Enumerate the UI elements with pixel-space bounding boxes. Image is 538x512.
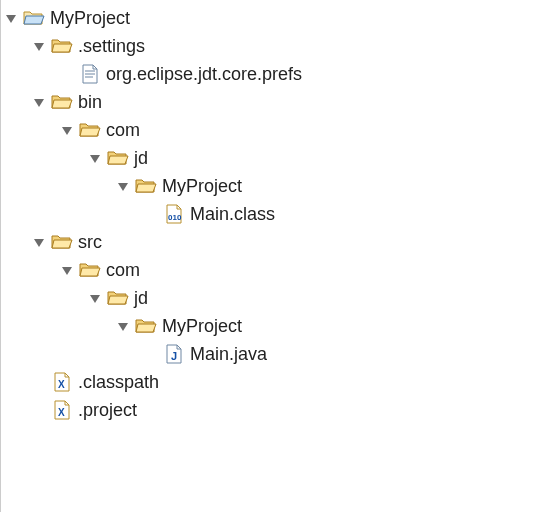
tree-item-label: .project <box>77 400 137 421</box>
tree-item-label: .settings <box>77 36 145 57</box>
tree-item-src-jd-folder[interactable]: jd <box>3 284 538 312</box>
tree-item-src-myproject-folder[interactable]: MyProject <box>3 312 538 340</box>
tree-item-label: com <box>105 120 140 141</box>
tree-item-src-folder[interactable]: src <box>3 228 538 256</box>
tree-item-bin-jd-folder[interactable]: jd <box>3 144 538 172</box>
tree-item-main-java-file[interactable]: Main.java <box>3 340 538 368</box>
tree-item-project-root[interactable]: MyProject <box>3 4 538 32</box>
folder-open-icon <box>79 119 101 141</box>
tree-item-src-com-folder[interactable]: com <box>3 256 538 284</box>
tree-item-prefs-file[interactable]: org.eclipse.jdt.core.prefs <box>3 60 538 88</box>
tree-item-label: bin <box>77 92 102 113</box>
folder-open-icon <box>135 315 157 337</box>
chevron-down-icon[interactable] <box>87 150 103 166</box>
project-folder-icon <box>23 7 45 29</box>
class-file-icon <box>163 203 185 225</box>
folder-open-icon <box>51 231 73 253</box>
folder-open-icon <box>107 147 129 169</box>
tree-item-bin-com-folder[interactable]: com <box>3 116 538 144</box>
tree-item-label: .classpath <box>77 372 159 393</box>
chevron-down-icon[interactable] <box>59 122 75 138</box>
tree-item-label: Main.class <box>189 204 275 225</box>
chevron-down-icon[interactable] <box>3 10 19 26</box>
tree-item-project-file[interactable]: .project <box>3 396 538 424</box>
chevron-down-icon[interactable] <box>115 178 131 194</box>
java-file-icon <box>163 343 185 365</box>
folder-open-icon <box>107 287 129 309</box>
folder-open-icon <box>135 175 157 197</box>
chevron-down-icon[interactable] <box>31 234 47 250</box>
chevron-down-icon[interactable] <box>31 94 47 110</box>
tree-item-bin-folder[interactable]: bin <box>3 88 538 116</box>
folder-open-icon <box>51 35 73 57</box>
tree-item-main-class-file[interactable]: Main.class <box>3 200 538 228</box>
tree-item-label: src <box>77 232 102 253</box>
tree-item-label: org.eclipse.jdt.core.prefs <box>105 64 302 85</box>
xml-file-icon <box>51 371 73 393</box>
chevron-down-icon[interactable] <box>87 290 103 306</box>
xml-file-icon <box>51 399 73 421</box>
tree-item-bin-myproject-folder[interactable]: MyProject <box>3 172 538 200</box>
chevron-down-icon[interactable] <box>31 38 47 54</box>
tree-item-label: jd <box>133 148 148 169</box>
tree-item-label: jd <box>133 288 148 309</box>
chevron-down-icon[interactable] <box>115 318 131 334</box>
chevron-down-icon[interactable] <box>59 262 75 278</box>
tree-item-label: com <box>105 260 140 281</box>
tree-item-label: MyProject <box>49 8 130 29</box>
tree-item-label: MyProject <box>161 316 242 337</box>
tree-item-label: Main.java <box>189 344 267 365</box>
folder-open-icon <box>79 259 101 281</box>
folder-open-icon <box>51 91 73 113</box>
tree-item-settings-folder[interactable]: .settings <box>3 32 538 60</box>
tree-item-classpath-file[interactable]: .classpath <box>3 368 538 396</box>
text-file-icon <box>79 63 101 85</box>
project-explorer-tree[interactable]: MyProject .settings org.eclipse.jdt.core… <box>0 0 538 512</box>
tree-item-label: MyProject <box>161 176 242 197</box>
